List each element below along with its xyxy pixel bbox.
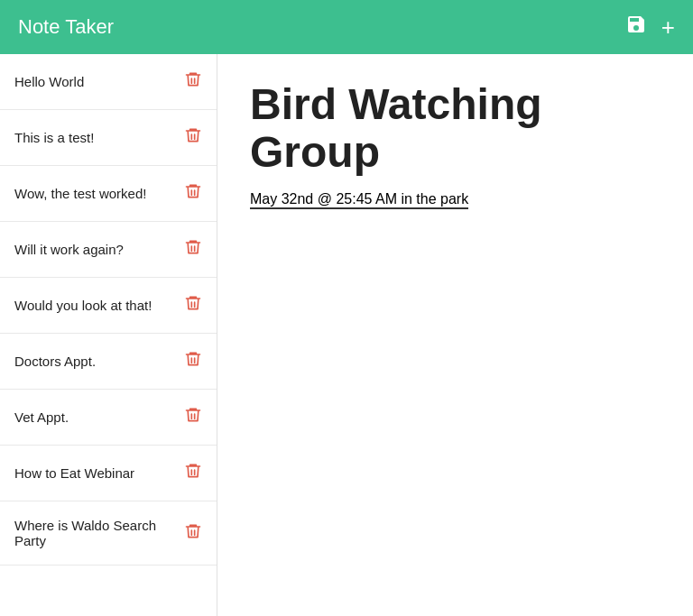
- app-title: Note Taker: [18, 15, 114, 39]
- add-note-button[interactable]: +: [661, 15, 675, 39]
- note-item-title: How to Eat Webinar: [14, 465, 184, 481]
- delete-note-button[interactable]: [184, 406, 202, 428]
- save-button[interactable]: [625, 14, 647, 41]
- delete-note-button[interactable]: [184, 350, 202, 372]
- note-item-title: Hello World: [14, 74, 184, 89]
- delete-note-button[interactable]: [184, 182, 202, 205]
- list-item[interactable]: Where is Waldo Search Party: [0, 501, 217, 565]
- list-item[interactable]: Vet Appt.: [0, 390, 217, 446]
- list-item[interactable]: Would you look at that!: [0, 278, 217, 334]
- note-content: Bird Watching Group May 32nd @ 25:45 AM …: [217, 54, 693, 616]
- header-actions: +: [625, 14, 675, 41]
- list-item[interactable]: This is a test!: [0, 110, 217, 166]
- note-item-title: Would you look at that!: [14, 298, 184, 313]
- note-item-title: Wow, the test worked!: [14, 186, 184, 201]
- note-item-title: Where is Waldo Search Party: [14, 518, 184, 548]
- note-item-title: Vet Appt.: [14, 409, 184, 425]
- note-body[interactable]: May 32nd @ 25:45 AM in the park: [250, 191, 661, 207]
- note-item-title: Doctors Appt.: [14, 354, 184, 369]
- note-item-title: This is a test!: [14, 130, 184, 145]
- delete-note-button[interactable]: [184, 238, 202, 261]
- delete-note-button[interactable]: [184, 294, 202, 317]
- app-header: Note Taker +: [0, 0, 693, 54]
- notes-sidebar: Hello World This is a test! Wow, the tes…: [0, 54, 217, 616]
- list-item[interactable]: Will it work again?: [0, 222, 217, 278]
- delete-note-button[interactable]: [184, 126, 202, 149]
- delete-note-button[interactable]: [184, 462, 202, 484]
- list-item[interactable]: Hello World: [0, 54, 217, 110]
- note-body-text: May 32nd @ 25:45 AM in the park: [250, 191, 468, 209]
- list-item[interactable]: Wow, the test worked!: [0, 166, 217, 222]
- note-item-title: Will it work again?: [14, 242, 184, 257]
- delete-note-button[interactable]: [184, 70, 202, 93]
- main-layout: Hello World This is a test! Wow, the tes…: [0, 54, 693, 616]
- list-item[interactable]: How to Eat Webinar: [0, 446, 217, 501]
- list-item[interactable]: Doctors Appt.: [0, 334, 217, 390]
- delete-note-button[interactable]: [184, 522, 202, 545]
- note-title: Bird Watching Group: [250, 81, 661, 177]
